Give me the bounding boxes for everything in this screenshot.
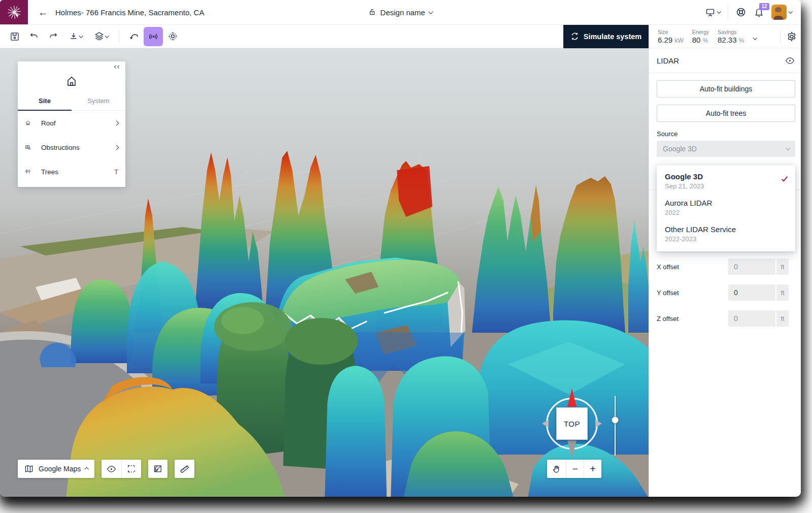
zoom-out-button[interactable]: − [566, 460, 584, 478]
basemap-selector[interactable]: Google Maps [18, 460, 94, 478]
undo-icon [29, 31, 39, 42]
help-icon[interactable] [735, 7, 747, 18]
download-icon [69, 31, 79, 42]
account-menu[interactable] [771, 5, 792, 20]
sidebar-item-label: Obstructions [41, 144, 80, 151]
stat-unit: % [703, 37, 708, 44]
aurora-logo[interactable] [0, 0, 28, 24]
z-offset-row: Z offset ft [657, 310, 795, 327]
sidebar-item-label: Trees [41, 168, 58, 176]
lidar-3d-viewport[interactable]: Site System Roof [0, 48, 649, 497]
sidebar-item-obstructions[interactable]: Obstructions [18, 135, 125, 159]
main-area: Simulate system [0, 25, 649, 497]
y-offset-row: Y offset ft [657, 284, 795, 301]
arc-tool-icon [129, 31, 140, 42]
flip-hatch-icon [153, 464, 163, 474]
undo-button[interactable] [24, 27, 44, 46]
divider [728, 6, 728, 19]
tilt-slider[interactable] [612, 396, 618, 456]
y-offset-unit: ft [776, 284, 789, 301]
chevron-down-icon [786, 146, 790, 150]
measure-button[interactable] [175, 460, 194, 478]
collapse-panel-button[interactable] [115, 66, 120, 68]
view-compass[interactable]: TOP [544, 396, 600, 452]
stat-label: Energy [692, 29, 709, 35]
notifications-button[interactable]: 12 [754, 7, 764, 18]
layers-button[interactable] [88, 27, 114, 46]
stat-savings: Savings 82.33 % [718, 29, 744, 44]
x-offset-input[interactable] [728, 259, 775, 275]
back-arrow[interactable]: ← [38, 7, 48, 17]
orbit-tool-button[interactable] [124, 27, 144, 46]
y-offset-input[interactable] [728, 284, 775, 301]
source-option-aurora-lidar[interactable]: Aurora LIDAR 2022 [657, 195, 795, 221]
gear-icon [786, 31, 797, 42]
settings-button[interactable] [781, 31, 801, 42]
unlock-icon [368, 8, 376, 17]
source-option-other-lidar[interactable]: Other LIDAR Service 2022-2023 [657, 221, 795, 247]
design-name-menu[interactable]: Design name [368, 0, 432, 24]
stat-value: 82.33 [718, 36, 737, 44]
zoom-controls: − + [547, 460, 601, 478]
stat-label: Savings [718, 29, 744, 35]
tab-system[interactable]: System [72, 93, 125, 111]
tilt-slider-track [615, 396, 616, 456]
z-offset-label: Z offset [657, 315, 679, 323]
sidebar-item-roof[interactable]: Roof [18, 111, 125, 135]
option-date: Sep 21, 2023 [665, 182, 787, 190]
project-title: Holmes- 766 Francis Mine, Sacramento, CA [55, 8, 204, 17]
ruler-icon [179, 464, 190, 474]
zoom-in-button[interactable]: + [584, 460, 601, 478]
crop-region-button[interactable] [122, 460, 141, 478]
stat-value: 80 [692, 36, 701, 44]
chevron-down-icon [788, 10, 792, 14]
simulate-label: Simulate system [584, 33, 641, 41]
view-top-button[interactable]: TOP [556, 407, 588, 440]
redo-button[interactable] [44, 27, 63, 46]
imagery-visibility-button[interactable] [101, 460, 121, 478]
map-icon [24, 464, 34, 474]
simulate-system-button[interactable]: Simulate system [563, 25, 649, 48]
stats-expand-button[interactable] [753, 36, 757, 40]
basemap-label: Google Maps [39, 465, 81, 473]
present-mode-button[interactable] [705, 7, 721, 18]
obstructions-icon [25, 142, 36, 152]
autofit-trees-button[interactable]: Auto-fit trees [657, 105, 795, 122]
sidebar-item-trees[interactable]: Trees T [18, 159, 125, 184]
lidar-panel: Size 6.29 kW Energy 80 % Savings 82.33 % [649, 25, 801, 497]
tilt-slider-handle[interactable] [612, 416, 619, 424]
site-panel-tabs: Site System [18, 93, 125, 111]
top-bar: ← Holmes- 766 Francis Mine, Sacramento, … [0, 0, 801, 24]
stat-label: Size [658, 29, 684, 35]
z-offset-input[interactable] [728, 310, 775, 327]
trees-shortcut: T [114, 168, 118, 176]
sidebar-item-label: Roof [41, 119, 56, 127]
irradiance-tool-button[interactable] [163, 27, 182, 46]
source-select[interactable]: Google 3D [657, 141, 795, 157]
tab-site[interactable]: Site [18, 93, 72, 111]
compass-south-arrow [567, 440, 577, 459]
lidar-visibility-button[interactable] [785, 55, 795, 66]
site-panel: Site System Roof [18, 61, 125, 187]
chevron-right-icon [114, 120, 119, 125]
crop-frame-icon [126, 464, 137, 474]
divider [119, 30, 119, 43]
pan-tool-button[interactable] [547, 460, 566, 478]
save-button[interactable] [5, 27, 24, 46]
active-tab-indicator [18, 110, 72, 111]
lidar-icon [148, 31, 159, 42]
autofit-buildings-button[interactable]: Auto-fit buildings [657, 80, 795, 98]
north-arrow-button[interactable] [148, 460, 167, 478]
source-option-google-3d[interactable]: Google 3D Sep 21, 2023 [657, 168, 795, 195]
sunburst-icon [7, 5, 22, 20]
stat-unit: % [739, 37, 745, 44]
hand-icon [552, 464, 561, 474]
export-button[interactable] [63, 27, 88, 46]
eye-icon [785, 55, 795, 66]
option-name: Google 3D [665, 172, 787, 181]
lidar-tool-button[interactable] [144, 27, 163, 46]
source-label: Source [657, 130, 795, 138]
lidar-panel-body: LIDAR Auto-fit buildings Auto-fit trees … [649, 48, 801, 497]
toolbar: Simulate system [0, 25, 649, 48]
option-date: 2022-2023 [665, 235, 787, 243]
